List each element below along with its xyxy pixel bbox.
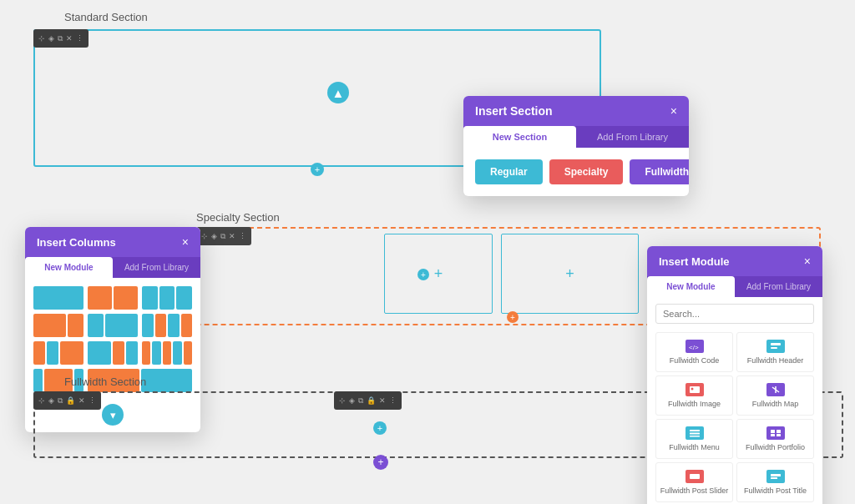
module-fullwidth-portfolio[interactable]: Fullwidth Portfolio — [736, 419, 814, 459]
fullwidth-post-slider-icon: ▶ — [686, 470, 704, 483]
insert-section-popup-header: Insert Section × — [463, 96, 689, 126]
standard-section-add-dot[interactable]: + — [311, 163, 324, 176]
toolbar-lock-icon[interactable]: 🔒 — [66, 396, 75, 405]
section-type-buttons: Regular Specialty Fullwidth — [475, 159, 677, 184]
module-grid: </> Fullwidth Code Fullwidth Header Full… — [647, 327, 822, 504]
col-layout-3[interactable] — [142, 286, 192, 310]
specialty-section-button[interactable]: Specialty — [549, 159, 624, 184]
toolbar-settings-icon[interactable]: ◈ — [349, 396, 355, 405]
toolbar-duplicate-icon[interactable]: ⧉ — [358, 396, 363, 406]
tab-add-from-library[interactable]: Add From Library — [576, 126, 689, 148]
fullwidth-portfolio-icon — [766, 426, 785, 440]
toolbar-move-icon[interactable]: ⊹ — [201, 232, 208, 240]
specialty-section-label: Specialty Section — [196, 211, 280, 224]
insert-section-popup-title: Insert Section — [475, 104, 553, 118]
columns-tab-new-module[interactable]: New Module — [25, 257, 113, 278]
module-fullwidth-header[interactable]: Fullwidth Header — [736, 332, 814, 372]
module-fullwidth-menu[interactable]: Fullwidth Menu — [655, 419, 733, 459]
specialty-col-left-add[interactable]: + — [434, 265, 443, 283]
columns-popup-title: Insert Columns — [37, 236, 116, 249]
standard-section-label: Standard Section — [64, 11, 148, 23]
svg-rect-10 — [771, 434, 775, 436]
svg-rect-3 — [690, 386, 700, 393]
toolbar-settings-icon[interactable]: ◈ — [48, 396, 54, 405]
svg-point-4 — [691, 388, 693, 391]
col-layout-2[interactable] — [88, 286, 138, 310]
specialty-col-right: + — [501, 234, 639, 314]
module-popup-close[interactable]: × — [804, 255, 811, 268]
fullwidth-header-icon — [766, 340, 785, 353]
toolbar-more-icon[interactable]: ⋮ — [76, 34, 83, 43]
toolbar-move-icon[interactable]: ⊹ — [38, 396, 45, 405]
col-layout-5[interactable] — [88, 314, 138, 337]
svg-rect-7 — [690, 436, 700, 437]
columns-popup-close[interactable]: × — [182, 235, 189, 249]
insert-section-close-button[interactable]: × — [670, 105, 677, 117]
toolbar-duplicate-icon[interactable]: ⧉ — [58, 34, 63, 43]
toolbar-settings-icon[interactable]: ◈ — [211, 232, 217, 240]
regular-section-button[interactable]: Regular — [475, 159, 543, 184]
fullwidth-section-toolbar-1[interactable]: ⊹ ◈ ⧉ 🔒 ✕ ⋮ — [33, 391, 101, 410]
toolbar-more-icon[interactable]: ⋮ — [389, 396, 397, 405]
module-search-input[interactable] — [655, 304, 814, 324]
toolbar-move-icon[interactable]: ⊹ — [38, 34, 45, 43]
toolbar-delete-icon[interactable]: ✕ — [379, 396, 386, 405]
svg-text:</>: </> — [689, 344, 699, 350]
toolbar-lock-icon[interactable]: 🔒 — [367, 396, 376, 405]
fullwidth-section-add-bottom[interactable]: + — [373, 455, 388, 470]
toolbar-duplicate-icon[interactable]: ⧉ — [220, 232, 225, 241]
svg-rect-14 — [771, 474, 781, 476]
toolbar-more-icon[interactable]: ⋮ — [239, 232, 246, 240]
col-layout-7[interactable] — [33, 341, 83, 365]
module-fullwidth-image[interactable]: Fullwidth Image — [655, 375, 733, 416]
svg-text:▶: ▶ — [693, 474, 696, 479]
fullwidth-post-title-icon — [766, 470, 785, 483]
col-layout-9[interactable] — [142, 341, 192, 365]
module-popup-tabs: New Module Add From Library — [647, 276, 822, 297]
columns-tab-from-library[interactable]: Add From Library — [113, 257, 200, 278]
toolbar-settings-icon[interactable]: ◈ — [48, 34, 54, 43]
specialty-section-toolbar[interactable]: ⊹ ◈ ⧉ ✕ ⋮ — [196, 227, 251, 245]
toolbar-delete-icon[interactable]: ✕ — [78, 396, 85, 405]
fullwidth-section-label: Fullwidth Section — [64, 375, 146, 388]
fullwidth-menu-icon — [686, 426, 704, 440]
toolbar-more-icon[interactable]: ⋮ — [89, 396, 96, 405]
module-fullwidth-code[interactable]: </> Fullwidth Code — [655, 332, 733, 372]
toolbar-delete-icon[interactable]: ✕ — [229, 232, 235, 240]
svg-rect-11 — [777, 434, 781, 436]
col-layout-1[interactable] — [33, 286, 83, 310]
specialty-section-add-bottom[interactable]: + — [507, 311, 519, 323]
toolbar-delete-icon[interactable]: ✕ — [66, 34, 73, 43]
module-search-container — [647, 297, 822, 327]
tab-new-section[interactable]: New Section — [463, 126, 576, 148]
col-layout-6[interactable] — [142, 314, 192, 337]
module-fullwidth-map[interactable]: Fullwidth Map — [736, 375, 814, 416]
insert-section-trigger[interactable]: ▲ — [327, 82, 349, 103]
toolbar-duplicate-icon[interactable]: ⧉ — [58, 396, 63, 406]
svg-rect-5 — [690, 430, 700, 431]
col-layout-4[interactable] — [33, 314, 83, 337]
fullwidth-section-add-row[interactable]: + — [373, 421, 387, 435]
specialty-section-add-col[interactable]: + — [417, 269, 429, 280]
module-tab-library[interactable]: Add From Library — [735, 276, 822, 297]
module-popup-header: Insert Module × — [647, 246, 822, 276]
module-tab-new[interactable]: New Module — [647, 276, 735, 297]
fullwidth-section-toolbar-2[interactable]: ⊹ ◈ ⧉ 🔒 ✕ ⋮ — [334, 391, 402, 410]
module-fullwidth-post-slider[interactable]: ▶ Fullwidth Post Slider — [655, 462, 733, 502]
columns-popup-tabs: New Module Add From Library — [25, 257, 200, 278]
specialty-col-left: + — [384, 234, 493, 314]
insert-section-popup: Insert Section × New Section Add From Li… — [463, 96, 689, 196]
svg-rect-8 — [771, 430, 775, 433]
module-fullwidth-post-title[interactable]: Fullwidth Post Title — [736, 462, 814, 502]
columns-popup-header: Insert Columns × — [25, 227, 200, 257]
standard-section-toolbar[interactable]: ⊹ ◈ ⧉ ✕ ⋮ — [33, 29, 89, 48]
svg-rect-2 — [771, 347, 777, 349]
toolbar-move-icon[interactable]: ⊹ — [339, 396, 346, 405]
fullwidth-code-icon: </> — [686, 340, 704, 353]
col-layout-8[interactable] — [88, 341, 138, 365]
fullwidth-section-button[interactable]: Fullwidth — [630, 159, 689, 184]
specialty-col-right-add[interactable]: + — [565, 265, 574, 283]
svg-rect-9 — [777, 430, 781, 433]
fullwidth-map-icon — [766, 383, 785, 396]
svg-rect-1 — [771, 343, 781, 345]
